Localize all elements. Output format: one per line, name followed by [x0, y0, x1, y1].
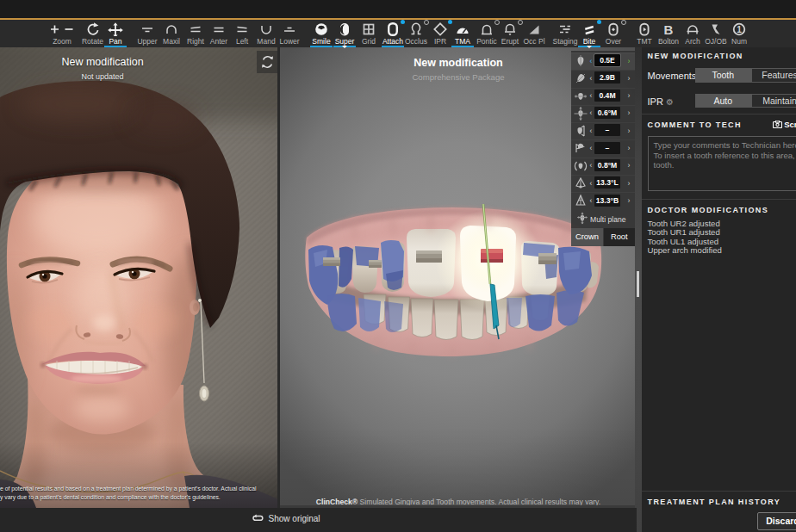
svg-text:1: 1: [737, 25, 742, 34]
svg-text:B: B: [664, 22, 674, 36]
